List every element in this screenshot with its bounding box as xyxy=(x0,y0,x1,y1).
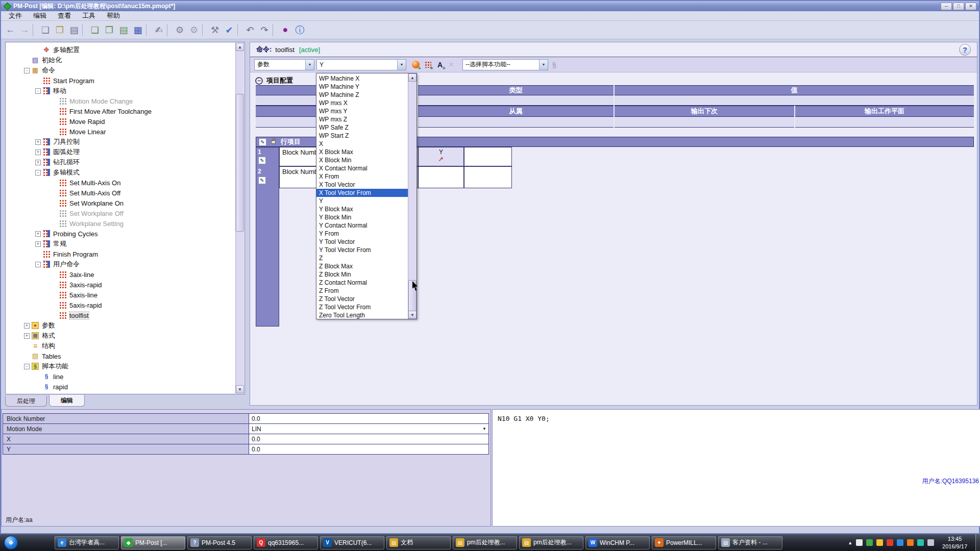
dropdown-item[interactable]: X Tool Vector xyxy=(316,181,408,189)
toolbar-icon[interactable]: → xyxy=(17,23,32,37)
tree-item[interactable]: Move Linear xyxy=(52,127,234,137)
toolbar-icon[interactable]: ▤ xyxy=(67,23,81,37)
toolbar-icon[interactable]: ⚙ xyxy=(173,23,187,37)
taskbar-button[interactable]: ▤ pm后处理教... xyxy=(519,536,583,549)
tree-expand-toggle[interactable]: + xyxy=(35,231,41,237)
scroll-up-icon[interactable]: ▲ xyxy=(408,73,416,82)
tree-item[interactable]: toolfist xyxy=(52,310,234,320)
property-value-input[interactable]: LIN xyxy=(249,424,488,434)
tree-item[interactable]: Workplane Setting xyxy=(52,218,234,229)
dropdown-item[interactable]: Zero Tool Length xyxy=(316,311,408,319)
tree-item[interactable]: Set Workplane Off xyxy=(52,208,234,218)
panel-tab[interactable]: 编辑 xyxy=(49,395,85,407)
tree-scrollbar[interactable]: ▲ ▼ xyxy=(235,43,244,393)
dropdown-item[interactable]: WP Start Z xyxy=(316,132,408,140)
tree-item[interactable]: Tables xyxy=(24,351,234,361)
dropdown-item[interactable]: Z From xyxy=(316,287,408,295)
menu-item[interactable]: 文件 xyxy=(3,11,28,21)
tree-item[interactable]: + 圆弧处理 xyxy=(35,147,234,157)
dropdown-item[interactable]: X Tool Vector From xyxy=(316,189,408,197)
tree-item[interactable]: + 常规 xyxy=(35,239,234,249)
dropdown-item[interactable]: WP Safe Z xyxy=(316,123,408,132)
panel-tab[interactable]: 后处理 xyxy=(5,396,47,407)
tree-item[interactable]: 初始化 xyxy=(24,55,234,65)
dropdown-scrollbar[interactable]: ▲ ▼ xyxy=(408,73,416,319)
taskbar-button[interactable]: ? PM-Post 4.5 xyxy=(187,536,252,549)
dropdown-item[interactable]: Y From xyxy=(316,230,408,238)
add-text-button[interactable]: A + xyxy=(434,59,446,70)
toolbar-icon[interactable]: ⚒ xyxy=(208,23,222,37)
dropdown-item[interactable]: Z Block Max xyxy=(316,262,408,270)
dropdown-item[interactable]: X Block Min xyxy=(316,156,408,164)
tray-icon[interactable] xyxy=(907,539,914,546)
tray-expand-icon[interactable]: ▲ xyxy=(848,540,852,545)
toolbar-icon[interactable] xyxy=(237,24,242,36)
dropdown-item[interactable]: WP mxs Y xyxy=(316,107,408,115)
tray-icon[interactable] xyxy=(876,539,883,546)
tree-expand-toggle[interactable]: - xyxy=(35,262,41,267)
dropdown-item[interactable]: Z Block Min xyxy=(316,270,408,279)
toolbar-icon[interactable]: ↷ xyxy=(257,23,272,37)
toolbar-icon[interactable] xyxy=(273,24,277,36)
menu-item[interactable]: 编辑 xyxy=(28,11,52,21)
toolbar-icon[interactable] xyxy=(82,24,87,36)
toolbar-icon[interactable]: ❏ xyxy=(38,23,53,37)
show-desktop-button[interactable] xyxy=(975,534,980,551)
tree-item[interactable]: - 命令 xyxy=(24,65,234,76)
tree-item[interactable]: Motion Mode Change xyxy=(52,96,234,106)
dropdown-item[interactable]: WP Machine Y xyxy=(316,83,408,91)
tree-expand-toggle[interactable]: - xyxy=(35,170,41,176)
toolbar-icon[interactable] xyxy=(202,24,207,36)
tray-icon[interactable] xyxy=(927,539,934,546)
toolbar-icon[interactable] xyxy=(146,24,151,36)
toolbar-icon[interactable] xyxy=(167,24,172,36)
tree-item[interactable]: + Probing Cycles xyxy=(35,229,234,239)
dropdown-item[interactable]: WP Machine Z xyxy=(316,91,408,99)
tree-expand-toggle[interactable]: + xyxy=(35,149,41,155)
taskbar-button[interactable]: ▤ 文档 xyxy=(386,536,451,549)
tree-item[interactable]: - 移动 xyxy=(35,86,234,96)
section-item-config[interactable]: − 项目配置 xyxy=(255,76,293,85)
toolbar-icon[interactable]: ← xyxy=(3,23,17,37)
toolbar-icon[interactable]: ↶ xyxy=(243,23,257,37)
property-value-input[interactable]: 0.0 xyxy=(249,434,488,444)
dropdown-item[interactable]: Y xyxy=(316,197,408,205)
tree-item[interactable]: - 多轴模式 xyxy=(35,167,234,178)
toolbar-icon[interactable]: ▤ xyxy=(116,23,131,37)
tree-item[interactable]: First Move After Toolchange xyxy=(52,106,234,116)
dropdown-item[interactable]: Y Block Max xyxy=(316,205,408,213)
toolbar-icon[interactable]: ⓘ xyxy=(292,23,307,37)
script-function-select[interactable]: --选择脚本功能-- ▼ xyxy=(462,59,548,70)
toolbar-icon[interactable]: ▦ xyxy=(131,23,145,37)
param-name-combobox[interactable]: Y ▼ xyxy=(316,59,406,70)
tree-item[interactable]: Start Program xyxy=(35,76,234,86)
dropdown-item[interactable]: Y Tool Vector From xyxy=(316,246,408,254)
tree-item[interactable]: + 钻孔循环 xyxy=(35,157,234,167)
param-type-select[interactable]: 参数 ▼ xyxy=(254,59,314,70)
tree-expand-toggle[interactable]: - xyxy=(24,364,30,369)
tree-item[interactable]: 多轴配置 xyxy=(35,45,234,55)
dropdown-item[interactable]: Y Block Min xyxy=(316,213,408,221)
start-button[interactable]: ❖ xyxy=(4,536,18,549)
tree-expand-toggle[interactable]: + xyxy=(24,333,30,339)
property-value-input[interactable]: 0.0 xyxy=(249,444,488,454)
tree-item[interactable]: Set Multi-Axis Off xyxy=(52,188,234,198)
tree-item[interactable]: Move Rapid xyxy=(52,116,234,127)
tray-icon[interactable] xyxy=(897,539,903,546)
menu-item[interactable]: 帮助 xyxy=(101,11,126,21)
taskbar-button[interactable]: W WinCHM P... xyxy=(585,536,650,549)
dropdown-item[interactable]: Z xyxy=(316,254,408,262)
dropdown-item[interactable]: WP mxs X xyxy=(316,99,408,107)
toolbar-icon[interactable]: ● xyxy=(278,23,292,37)
add-block-button[interactable]: + xyxy=(422,59,434,70)
tree-expand-toggle[interactable]: - xyxy=(35,88,41,94)
menu-item[interactable]: 查看 xyxy=(52,11,77,21)
taskbar-button[interactable]: ▤ pm后处理教... xyxy=(453,536,517,549)
tree-expand-toggle[interactable]: + xyxy=(35,241,41,247)
toolbar-icon[interactable]: ❐ xyxy=(53,23,67,37)
scroll-down-icon[interactable]: ▼ xyxy=(408,311,416,319)
chevron-down-icon[interactable]: ▼ xyxy=(539,60,548,70)
tray-icon[interactable] xyxy=(856,539,863,546)
insert-param-button[interactable]: + xyxy=(409,59,422,70)
tray-icon[interactable] xyxy=(917,539,924,546)
